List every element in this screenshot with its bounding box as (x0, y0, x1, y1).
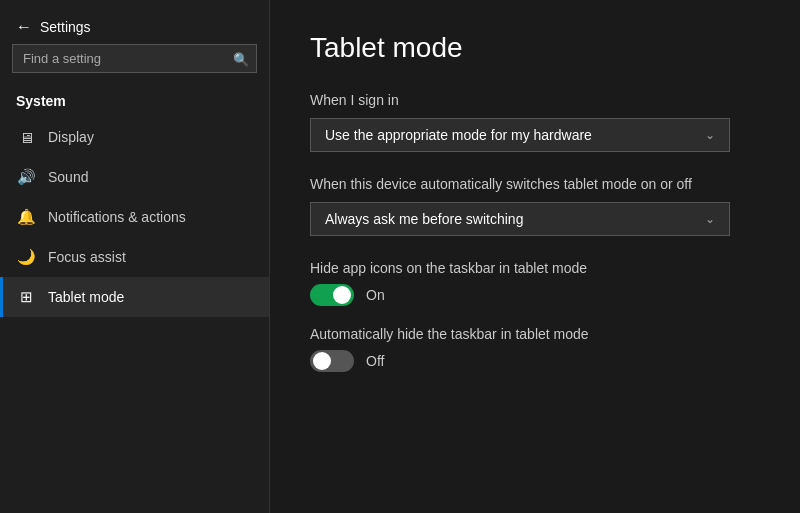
auto-switch-dropdown[interactable]: Always ask me before switching ⌄ (310, 202, 730, 236)
display-icon: 🖥 (16, 127, 36, 147)
page-title: Tablet mode (310, 32, 760, 64)
focus-icon: 🌙 (16, 247, 36, 267)
sidebar-item-focus[interactable]: 🌙 Focus assist (0, 237, 269, 277)
sound-icon: 🔊 (16, 167, 36, 187)
search-container: 🔍 (12, 44, 257, 73)
sign-in-dropdown-chevron-icon: ⌄ (705, 128, 715, 142)
notifications-icon: 🔔 (16, 207, 36, 227)
hide-taskbar-section: Automatically hide the taskbar in tablet… (310, 326, 760, 372)
hide-icons-label: Hide app icons on the taskbar in tablet … (310, 260, 760, 276)
sign-in-section: When I sign in Use the appropriate mode … (310, 92, 760, 152)
auto-switch-label: When this device automatically switches … (310, 176, 760, 192)
sidebar-item-display[interactable]: 🖥 Display (0, 117, 269, 157)
sidebar-item-tablet[interactable]: ⊞ Tablet mode (0, 277, 269, 317)
hide-taskbar-toggle-row: Off (310, 350, 760, 372)
sidebar-item-notifications[interactable]: 🔔 Notifications & actions (0, 197, 269, 237)
auto-switch-section: When this device automatically switches … (310, 176, 760, 236)
hide-taskbar-toggle-label: Off (366, 353, 384, 369)
sidebar-item-label: Display (48, 129, 94, 145)
sidebar: ← Settings 🔍 System 🖥 Display 🔊 Sound 🔔 … (0, 0, 270, 513)
hide-icons-section: Hide app icons on the taskbar in tablet … (310, 260, 760, 306)
sidebar-item-label: Sound (48, 169, 88, 185)
hide-icons-toggle[interactable] (310, 284, 354, 306)
sidebar-title: Settings (40, 19, 91, 35)
sidebar-item-label: Notifications & actions (48, 209, 186, 225)
sign-in-dropdown-value: Use the appropriate mode for my hardware (325, 127, 592, 143)
hide-icons-toggle-knob (333, 286, 351, 304)
back-button[interactable]: ← Settings (0, 10, 269, 44)
main-content: Tablet mode When I sign in Use the appro… (270, 0, 800, 513)
sidebar-item-label: Tablet mode (48, 289, 124, 305)
hide-icons-toggle-row: On (310, 284, 760, 306)
search-icon: 🔍 (233, 51, 249, 66)
sign-in-dropdown[interactable]: Use the appropriate mode for my hardware… (310, 118, 730, 152)
back-arrow-icon: ← (16, 18, 32, 36)
tablet-icon: ⊞ (16, 287, 36, 307)
sidebar-item-label: Focus assist (48, 249, 126, 265)
hide-taskbar-toggle-knob (313, 352, 331, 370)
hide-taskbar-label: Automatically hide the taskbar in tablet… (310, 326, 760, 342)
auto-switch-dropdown-value: Always ask me before switching (325, 211, 523, 227)
auto-switch-dropdown-chevron-icon: ⌄ (705, 212, 715, 226)
search-input[interactable] (12, 44, 257, 73)
sign-in-label: When I sign in (310, 92, 760, 108)
hide-icons-toggle-label: On (366, 287, 385, 303)
hide-taskbar-toggle[interactable] (310, 350, 354, 372)
sidebar-section-label: System (0, 89, 269, 117)
sidebar-item-sound[interactable]: 🔊 Sound (0, 157, 269, 197)
